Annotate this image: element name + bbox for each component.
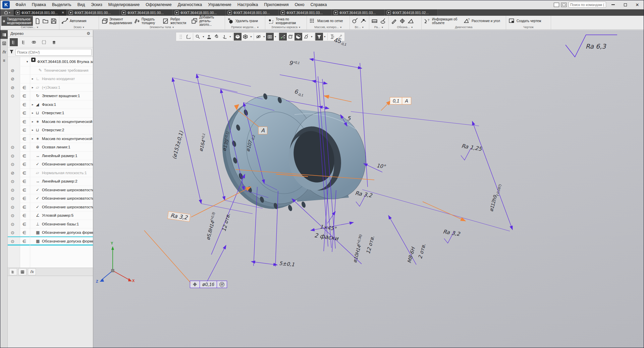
position-tolerance-frame[interactable]: ø0,16 M <box>190 281 227 288</box>
group-label-wireframe[interactable]: Элементы каркаса ▼ <box>265 25 307 29</box>
distance-angle-button[interactable]: ? Расстояние и угол <box>462 17 502 25</box>
thicken-button[interactable]: Придать толщину <box>132 17 161 25</box>
rib-button[interactable]: Ребро жесткости <box>161 17 190 25</box>
zoom-icon[interactable] <box>194 33 202 41</box>
layout-split-icon[interactable] <box>554 3 559 7</box>
new-document-button[interactable] <box>34 17 42 25</box>
menu-management[interactable]: Управление <box>205 0 234 9</box>
eye-on-icon[interactable]: ⊙ <box>11 160 14 168</box>
tree-tab-icon[interactable] <box>9 268 17 275</box>
grid-tab-icon[interactable] <box>18 268 26 275</box>
sketch-plane-button[interactable] <box>351 17 359 25</box>
layout-settings-icon[interactable] <box>561 3 567 7</box>
tree-item[interactable]: ⊘▸∟Начало координат <box>8 75 93 83</box>
group-label-drawing[interactable]: Чертеж <box>506 25 551 29</box>
group-label-notation[interactable]: Обозна... ▼ <box>389 25 421 29</box>
eye-on-icon[interactable]: ⊙ <box>11 220 14 228</box>
menu-sketch[interactable]: Эскиз <box>88 0 105 9</box>
menu-view[interactable]: Вид <box>74 0 88 9</box>
expand-arrow-icon[interactable]: ▸ <box>32 75 34 83</box>
open-document-button[interactable] <box>42 17 50 25</box>
wedge-button[interactable] <box>407 17 415 25</box>
filter-icon[interactable] <box>9 49 14 55</box>
3d-viewport[interactable]: ▼ ▼ ▼ ▼ ▼ ▼ ▼ 45-0,1 9+0,1 6-0,1 Ra 6,3 <box>93 30 644 348</box>
tree-item[interactable]: ⊙∈▦Обозначение допуска формы:2 <box>8 237 93 246</box>
tree-item[interactable]: ∈▸∗Массив по концентрической сетке:1 <box>8 118 93 126</box>
mode-selector-button[interactable]: Твердотельное моделирование <box>1 16 33 26</box>
tab-document-1[interactable]: ФХКТ.364418.001.00...✕ <box>14 9 67 16</box>
group-label-system[interactable]: Системн... ▼ <box>0 25 59 29</box>
datum-label[interactable]: A <box>258 127 267 134</box>
extrude-button[interactable]: Элемент выдавливания <box>100 17 132 25</box>
tab-document-3[interactable]: ФХКТ.364418.001.00... <box>120 9 173 16</box>
menu-applications[interactable]: Приложения <box>261 0 291 9</box>
capture-caret-icon[interactable]: ▼ <box>274 36 277 38</box>
eye-off-icon[interactable]: ⊘ <box>11 169 14 177</box>
tree-item[interactable]: ⊙∈↻Элемент вращения:1 <box>8 92 93 100</box>
wireframe-display-button[interactable] <box>241 33 249 41</box>
tree-panel-icon[interactable] <box>0 30 8 39</box>
relations-view-button[interactable] <box>30 38 38 46</box>
gear-icon[interactable]: ⚙ <box>87 31 90 36</box>
tree-item[interactable]: ⊙∈▦Обозначение допуска формы:1 <box>8 228 93 237</box>
group-label-sketch[interactable]: Эскиз ▼ <box>59 25 99 29</box>
image-capture-button[interactable] <box>266 33 274 41</box>
menu-help[interactable]: Справка <box>308 0 330 9</box>
eye-on-icon[interactable]: ⊙ <box>11 228 14 237</box>
zoom-caret-icon[interactable]: ▼ <box>202 36 205 38</box>
layers-button[interactable] <box>50 38 58 46</box>
zoom-fit-icon[interactable] <box>205 33 213 41</box>
group-label-direct[interactable]: Прямое модели... ▼ <box>225 25 265 29</box>
expand-arrow-icon[interactable]: ▸ <box>32 83 34 92</box>
coordinate-plane-icon[interactable] <box>184 33 192 41</box>
tree-item[interactable]: ⊘∈▸▱(+)Эскиз:1 <box>8 83 93 92</box>
tab-document-2[interactable]: ФХКТ.364418.001.00... <box>67 9 120 16</box>
tree-item[interactable]: ⊙∈✓Обозначение шероховатости:4 <box>8 194 93 203</box>
delete-faces-button[interactable]: Удалить грани <box>226 17 259 25</box>
expand-arrow-icon[interactable]: ▸ <box>32 100 34 109</box>
clip-region-button[interactable] <box>287 33 294 41</box>
display-caret-icon[interactable]: ▼ <box>249 36 253 38</box>
group-label-diagnostics[interactable]: Диагностика <box>422 25 506 29</box>
snap-toggle-button[interactable] <box>279 33 287 41</box>
tree-item[interactable]: ⊘∈▱Нормальная плоскость:1 <box>8 169 93 178</box>
autoline-button[interactable]: Автолиния <box>60 17 88 25</box>
tree-item[interactable]: ⊙∈⊥Обозначение базы:1 <box>8 220 93 229</box>
tab-document-7[interactable]: ФХКТ.364418.001.03... <box>332 9 385 16</box>
create-drawing-button[interactable]: Создать чертеж <box>507 17 543 25</box>
shaded-display-button[interactable] <box>234 33 241 41</box>
eye-on-icon[interactable]: ⊙ <box>11 152 14 160</box>
menu-file[interactable]: Файл <box>12 0 29 9</box>
minimize-button[interactable] <box>608 1 618 8</box>
tree-item[interactable]: ⊙∈✓Обозначение шероховатости:5 <box>8 203 93 212</box>
spline-node-button[interactable] <box>359 17 368 25</box>
tab-document-5[interactable]: ФХКТ.364418.001.00... <box>226 9 279 16</box>
tree-item[interactable]: ∈▸⊔Отверстие:2 <box>8 126 93 135</box>
tree-item[interactable]: ⊙∈⊕Осевая линия:1 <box>8 143 93 152</box>
panel-menu-icon[interactable]: ≡ <box>0 56 8 65</box>
tree-root-item[interactable]: ▾ФХКТ.364418.001.006 Втулка зажимная <box>8 58 93 66</box>
menu-window[interactable]: Окно <box>291 0 307 9</box>
hide-caret-icon[interactable]: ▼ <box>262 36 266 38</box>
eye-on-icon[interactable]: ⊙ <box>11 92 14 100</box>
eye-on-icon[interactable]: ⊙ <box>11 211 14 220</box>
tree-item[interactable]: ∈▸⊔Отверстие:1 <box>8 109 93 118</box>
menu-modeling[interactable]: Моделирование <box>105 0 143 9</box>
dim-angle-10[interactable]: 10° <box>376 162 386 170</box>
fx-panel-icon[interactable]: fx <box>0 48 8 56</box>
ink-brush-button[interactable] <box>379 17 387 25</box>
stamp-caret-icon[interactable]: ▼ <box>310 36 314 38</box>
fx-tab-icon[interactable]: fx <box>28 268 36 275</box>
tree-structure-view-button[interactable] <box>10 38 18 46</box>
tab-document-6[interactable]: ФХКТ.364418.001.03... <box>279 9 332 16</box>
group-label-aux2[interactable]: Ра... ▼ <box>369 25 388 29</box>
toolbar-grip[interactable] <box>177 33 184 41</box>
tab-close-icon[interactable]: ✕ <box>62 11 64 14</box>
tree-item[interactable]: ∈▸∗Массив по концентрической сетке:2 <box>8 135 93 143</box>
group-label-body[interactable]: Элементы тела ▼ <box>99 25 225 29</box>
menu-diagnostics[interactable]: Диагностика <box>175 0 205 9</box>
expand-arrow-icon[interactable]: ▸ <box>32 135 34 143</box>
form-tolerance-frame[interactable]: 0,1A <box>390 97 411 105</box>
tree-item[interactable]: ⊙∈✓Обозначение шероховатости:3 <box>8 186 93 195</box>
expand-arrow-icon[interactable]: ▸ <box>32 118 34 126</box>
